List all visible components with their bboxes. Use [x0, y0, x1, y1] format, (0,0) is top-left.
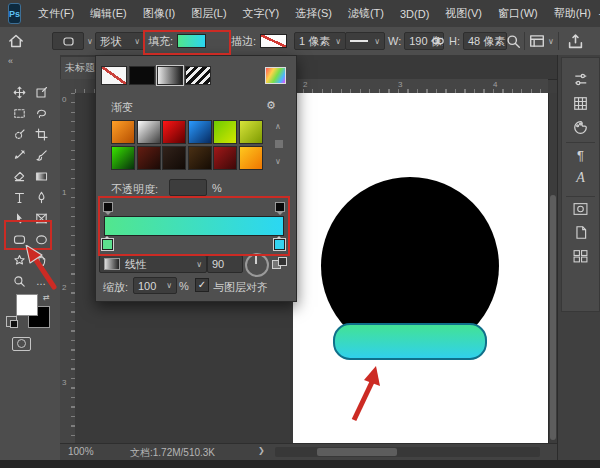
tool-path-select[interactable]	[8, 208, 30, 229]
menu-view[interactable]: 视图(V)	[437, 6, 490, 21]
gradient-style-select[interactable]: 线性 ∨	[99, 255, 207, 273]
tool-gradient[interactable]	[30, 166, 52, 187]
chevron-down-icon: ∨	[374, 37, 380, 46]
quick-mask-icon[interactable]	[12, 337, 31, 351]
frame-icon	[35, 212, 48, 225]
fill-gradient-button[interactable]	[157, 66, 183, 85]
align-with-layer-checkbox[interactable]: ✓	[195, 278, 209, 292]
tool-marquee[interactable]	[8, 103, 30, 124]
menu-image[interactable]: 图像(I)	[135, 6, 183, 21]
color-picker-button[interactable]	[265, 67, 286, 84]
stroke-type-select[interactable]: ∨	[345, 27, 385, 55]
scroll-down-icon[interactable]: ∨	[275, 157, 281, 166]
menu-layer[interactable]: 图层(L)	[183, 6, 234, 21]
color-panel-icon[interactable]	[562, 120, 599, 135]
export-button[interactable]	[567, 27, 584, 55]
tool-move[interactable]	[8, 82, 30, 103]
quick-select-icon	[13, 128, 26, 141]
tool-frame[interactable]	[30, 208, 52, 229]
properties-panel-icon[interactable]	[562, 72, 599, 87]
gradient-preset-swatch[interactable]	[137, 146, 161, 170]
adjustments-panel-icon[interactable]	[562, 202, 599, 216]
tool-brush[interactable]	[30, 145, 52, 166]
zoom-level[interactable]: 100%	[68, 446, 94, 457]
gear-icon[interactable]: ⚙	[266, 99, 276, 112]
tool-type[interactable]	[8, 187, 30, 208]
tool-lasso[interactable]	[30, 103, 52, 124]
gradient-preset-swatch[interactable]	[188, 146, 212, 170]
menu-select[interactable]: 选择(S)	[287, 6, 340, 21]
menu-edit[interactable]: 编辑(E)	[82, 6, 135, 21]
panel-dock: « ¶ A	[557, 55, 600, 460]
fill-control[interactable]: 填充:	[148, 27, 206, 55]
opacity-stop-right[interactable]	[275, 202, 285, 212]
collapse-tools-icon[interactable]: «	[8, 56, 13, 66]
move-icon	[13, 86, 26, 99]
gradient-preset-swatch[interactable]	[111, 146, 135, 170]
default-colors-icon[interactable]	[6, 316, 17, 327]
gradient-preset-swatch[interactable]	[188, 120, 212, 144]
color-stop-cyan[interactable]	[274, 239, 285, 250]
tool-mode-select[interactable]: 形状∨	[95, 27, 145, 55]
document-info: 文档:1.72M/510.3K	[130, 446, 215, 460]
foreground-color-swatch[interactable]	[16, 294, 38, 316]
tool-preset-picker[interactable]: ∨	[52, 27, 93, 55]
scroll-box-icon[interactable]	[275, 140, 283, 148]
horizontal-scrollbar[interactable]	[275, 447, 540, 457]
status-chevron-icon[interactable]: ❯	[258, 446, 265, 455]
reverse-gradient-icon[interactable]	[272, 257, 287, 270]
menu-3d[interactable]: 3D(D)	[392, 8, 437, 20]
stroke-swatch[interactable]	[260, 34, 287, 48]
swap-colors-icon[interactable]: ⇄	[43, 293, 50, 302]
gradient-editor-bar[interactable]	[104, 216, 284, 236]
paragraph-panel-icon[interactable]: ¶	[562, 148, 599, 163]
horizontal-scrollbar-thumb[interactable]	[317, 448, 397, 456]
gradient-preset-swatch[interactable]	[239, 146, 263, 170]
menu-file[interactable]: 文件(F)	[30, 6, 82, 21]
document-tab[interactable]: 未标题-1	[61, 57, 98, 79]
tool-pen[interactable]	[30, 187, 52, 208]
vertical-ruler[interactable]: 0 1 2 3	[60, 93, 76, 443]
menu-window[interactable]: 窗口(W)	[490, 6, 546, 21]
tool-eraser[interactable]	[8, 166, 30, 187]
gradient-preset-swatch[interactable]	[213, 146, 237, 170]
scroll-up-icon[interactable]: ∧	[275, 122, 281, 131]
opacity-stop-left[interactable]	[103, 202, 113, 212]
tool-crop[interactable]	[30, 124, 52, 145]
stroke-width-select[interactable]: 1 像素∨	[294, 27, 346, 55]
link-dimensions-button[interactable]	[431, 27, 445, 55]
gradient-preset-swatch[interactable]	[162, 146, 186, 170]
menu-help[interactable]: 帮助(H)	[546, 6, 599, 21]
path-options-button[interactable]	[506, 27, 521, 55]
fill-solid-button[interactable]	[129, 66, 155, 85]
opacity-input[interactable]	[169, 179, 207, 196]
scale-input[interactable]: 100∨	[133, 277, 177, 294]
tool-quick-select[interactable]	[8, 124, 30, 145]
color-stop-green[interactable]	[102, 239, 113, 250]
vertical-scrollbar-thumb[interactable]	[550, 195, 556, 440]
patterns-panel-icon[interactable]	[562, 249, 599, 263]
menu-type[interactable]: 文字(Y)	[235, 6, 288, 21]
fill-none-button[interactable]	[101, 66, 127, 85]
tool-eyedropper[interactable]	[8, 145, 30, 166]
align-options-button[interactable]: ∨	[529, 27, 554, 55]
fill-swatch[interactable]	[177, 34, 206, 48]
height-label: H:	[449, 35, 460, 47]
gradient-preset-swatch[interactable]	[239, 120, 263, 144]
home-button[interactable]	[8, 27, 24, 55]
angle-dial[interactable]	[245, 253, 269, 277]
shape-height-field[interactable]: H: 48 像素	[449, 27, 507, 55]
tool-artboard[interactable]	[30, 82, 52, 103]
gradient-preset-swatch[interactable]	[111, 120, 135, 144]
menu-filter[interactable]: 滤镜(T)	[340, 6, 392, 21]
stroke-control[interactable]: 描边:	[231, 27, 287, 55]
fill-pattern-button[interactable]	[185, 66, 211, 85]
glyphs-panel-icon[interactable]: A	[562, 170, 599, 186]
libraries-panel-icon[interactable]	[562, 225, 599, 240]
gradient-preset-swatch[interactable]	[162, 120, 186, 144]
angle-input[interactable]: 90	[207, 255, 243, 273]
swatches-panel-icon[interactable]	[562, 96, 599, 111]
gradient-preset-swatch[interactable]	[213, 120, 237, 144]
gradient-rounded-rectangle-shape[interactable]	[333, 323, 487, 360]
gradient-preset-swatch[interactable]	[137, 120, 161, 144]
